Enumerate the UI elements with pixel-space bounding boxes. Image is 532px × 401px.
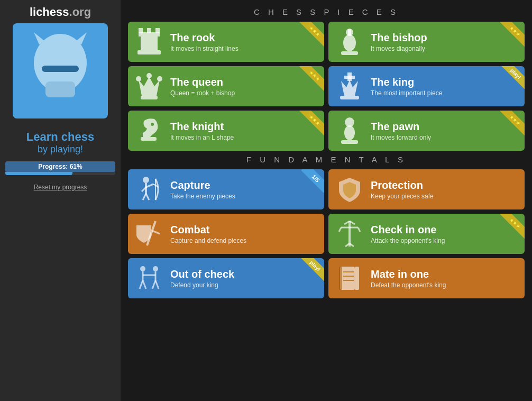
svg-rect-15 xyxy=(348,29,351,35)
king-play-label: play! xyxy=(499,66,525,90)
protection-icon xyxy=(335,175,364,204)
knight-stars: ★★★ xyxy=(299,111,324,136)
svg-rect-25 xyxy=(141,137,157,141)
svg-line-44 xyxy=(339,227,341,232)
card-combat[interactable]: Combat Capture and defend pieces xyxy=(128,214,324,254)
card-out-of-check[interactable]: Out of check Defend your king play! xyxy=(128,258,324,298)
card-pawn[interactable]: The pawn It moves forward only ★★★ xyxy=(328,111,525,151)
svg-line-33 xyxy=(146,184,153,187)
svg-line-39 xyxy=(152,231,160,234)
out-of-check-play-label: play! xyxy=(299,258,324,282)
king-badge: play! xyxy=(491,66,525,100)
pawn-badge: ★★★ xyxy=(488,111,525,148)
logo: lichess.org xyxy=(30,5,91,19)
svg-rect-57 xyxy=(340,267,355,290)
card-capture[interactable]: Capture Take the enemy pieces 1/5 xyxy=(128,169,324,209)
svg-rect-24 xyxy=(340,96,359,99)
queen-badge: ★★★ xyxy=(287,66,324,103)
rook-badge: ★★★ xyxy=(287,22,324,59)
bishop-stars: ★★★ xyxy=(499,22,525,47)
card-mate-in-one[interactable]: Mate in one Defeat the opponent's king xyxy=(328,258,525,298)
combat-title: Combat xyxy=(170,223,318,236)
svg-marker-23 xyxy=(341,80,358,96)
svg-point-13 xyxy=(343,34,356,51)
svg-rect-10 xyxy=(141,37,158,50)
pawn-icon xyxy=(335,116,364,145)
combat-text: Combat Capture and defend pieces xyxy=(170,223,318,244)
svg-marker-19 xyxy=(139,77,160,96)
check-in-one-icon xyxy=(335,219,364,249)
svg-rect-11 xyxy=(137,50,161,54)
rook-icon xyxy=(134,27,164,57)
svg-point-18 xyxy=(157,76,162,81)
svg-line-35 xyxy=(146,194,149,200)
fundamentals-title: F U N D A M E N T A L S xyxy=(128,155,525,164)
pawn-stars: ★★★ xyxy=(499,111,525,136)
progress-bar-container: Progress: 61% xyxy=(5,161,115,175)
svg-rect-20 xyxy=(141,96,158,99)
card-rook[interactable]: The rook It moves in straight lines ★★★ xyxy=(128,22,324,62)
knight-badge: ★★★ xyxy=(287,111,324,148)
protection-title: Protection xyxy=(371,179,518,192)
progress-label: Progress: 61% xyxy=(5,161,115,172)
svg-rect-14 xyxy=(341,51,358,55)
svg-point-48 xyxy=(140,266,145,271)
combat-icon xyxy=(134,219,164,249)
svg-rect-29 xyxy=(341,140,358,144)
out-of-check-badge: play! xyxy=(290,258,324,292)
queen-icon xyxy=(134,71,164,101)
svg-line-56 xyxy=(155,280,159,289)
svg-line-45 xyxy=(358,227,360,232)
svg-rect-9 xyxy=(139,32,160,37)
mate-in-one-icon xyxy=(335,263,364,293)
bishop-badge: ★★★ xyxy=(488,22,525,59)
svg-rect-22 xyxy=(344,76,355,79)
king-icon xyxy=(335,71,364,101)
svg-rect-4 xyxy=(45,81,75,97)
svg-point-16 xyxy=(136,76,141,81)
knight-icon xyxy=(134,116,164,145)
svg-rect-58 xyxy=(339,267,342,290)
learn-subtitle: by playing! xyxy=(38,144,83,155)
main-content: C H E S S P I E C E S The rook It moves … xyxy=(121,0,532,401)
card-king[interactable]: The king The most important piece play! xyxy=(328,66,525,106)
svg-line-34 xyxy=(143,194,146,200)
logo-suffix: .org xyxy=(69,5,91,19)
svg-point-30 xyxy=(143,177,149,183)
mate-in-one-title: Mate in one xyxy=(371,268,518,280)
svg-point-26 xyxy=(151,123,154,126)
combat-subtitle: Capture and defend pieces xyxy=(170,237,318,244)
check-in-one-stars: ★★★ xyxy=(499,214,525,239)
card-knight[interactable]: The knight It moves in an L shape ★★★ xyxy=(128,111,324,151)
card-check-in-one[interactable]: Check in one Attack the opponent's king … xyxy=(328,214,525,254)
protection-text: Protection Keep your pieces safe xyxy=(371,179,518,200)
mascot-icon xyxy=(13,23,108,119)
sidebar: lichess.org Learn chess by playing! Prog… xyxy=(0,0,121,401)
svg-point-49 xyxy=(153,266,158,271)
card-bishop[interactable]: The bishop It moves diagonally ★★★ xyxy=(328,22,525,62)
chess-pieces-title: C H E S S P I E C E S xyxy=(128,7,525,16)
out-of-check-icon xyxy=(134,263,164,293)
svg-rect-3 xyxy=(42,66,79,72)
rook-stars: ★★★ xyxy=(299,22,324,47)
card-protection[interactable]: Protection Keep your pieces safe xyxy=(328,169,525,209)
progress-fill xyxy=(5,172,72,175)
chess-pieces-grid: The rook It moves in straight lines ★★★ … xyxy=(128,22,525,151)
mate-in-one-subtitle: Defeat the opponent's king xyxy=(371,281,518,289)
capture-badge: 1/5 xyxy=(292,169,324,201)
capture-icon xyxy=(134,175,164,204)
protection-subtitle: Keep your pieces safe xyxy=(371,193,518,200)
reset-progress-link[interactable]: Reset my progress xyxy=(34,184,87,191)
mate-in-one-text: Mate in one Defeat the opponent's king xyxy=(371,268,518,289)
svg-rect-59 xyxy=(355,267,359,290)
svg-point-28 xyxy=(344,125,355,140)
learn-title: Learn chess xyxy=(26,130,94,144)
svg-line-54 xyxy=(143,280,146,289)
capture-fraction: 1/5 xyxy=(301,169,324,193)
logo-area: lichess.org xyxy=(13,5,108,119)
svg-line-55 xyxy=(152,280,155,289)
check-in-one-badge: ★★★ xyxy=(488,214,525,251)
bishop-icon xyxy=(335,27,364,57)
card-queen[interactable]: The queen Queen = rook + bishop ★★★ xyxy=(128,66,324,106)
fundamentals-grid: Capture Take the enemy pieces 1/5 Protec… xyxy=(128,169,525,298)
